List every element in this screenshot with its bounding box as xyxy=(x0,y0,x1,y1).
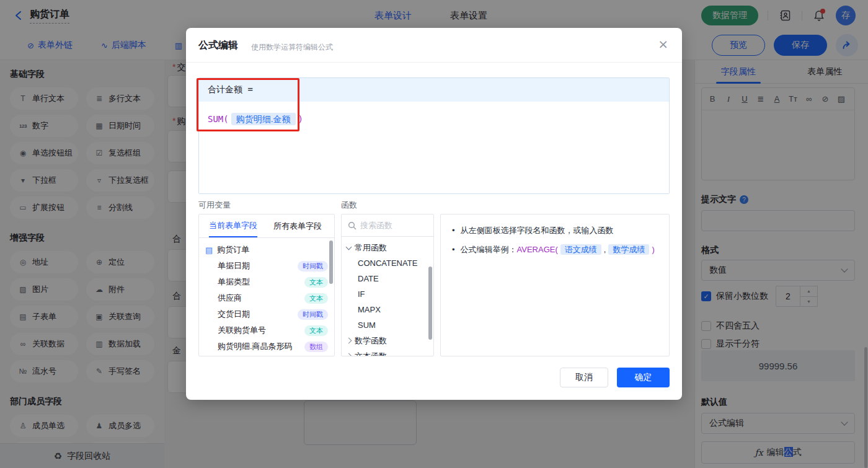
modal-subtitle: 使用数学运算符编辑公式 xyxy=(251,42,333,53)
function-open-token: SUM( xyxy=(208,114,229,124)
example-field-chip: 数学成绩 xyxy=(608,244,649,255)
functions-scrollbar-thumb[interactable] xyxy=(428,267,432,340)
variable-name: 购货明细.商品条形码 xyxy=(218,341,293,352)
variables-tree: ▤ 购货订单 单据日期时间戳 单据类型文本 供应商文本 交货日期时间戳 关联购货… xyxy=(199,238,334,355)
formula-help-panel: 从左侧面板选择字段名和函数，或输入函数 公式编辑举例：AVERAGE(语文成绩,… xyxy=(440,214,670,356)
tip-text: 从左侧面板选择字段名和函数，或输入函数 xyxy=(461,224,614,237)
formula-target-row: 合计金额 = xyxy=(199,78,669,102)
function-search-input[interactable] xyxy=(360,221,422,230)
tree-root-label: 购货订单 xyxy=(217,244,249,255)
tab-all-form-fields[interactable]: 所有表单字段 xyxy=(273,214,322,237)
chevron-right-icon xyxy=(346,353,352,356)
group-label: 常用函数 xyxy=(355,242,387,254)
group-math-functions[interactable]: 数学函数 xyxy=(342,333,433,348)
variables-panel: 当前表单字段 所有表单字段 ▤ 购货订单 单据日期时间戳 单据类型文本 供应商文… xyxy=(198,214,335,356)
group-text-functions[interactable]: 文本函数 xyxy=(342,348,433,356)
modal-title: 公式编辑 xyxy=(198,39,238,52)
group-label: 数学函数 xyxy=(355,335,387,347)
search-icon xyxy=(348,221,356,230)
type-badge: 时间戳 xyxy=(298,261,328,272)
chevron-right-icon xyxy=(346,338,352,344)
variable-name: 关联购货单号 xyxy=(218,325,266,336)
variables-scrollbar-thumb[interactable] xyxy=(329,241,333,284)
function-search-box[interactable] xyxy=(342,214,433,237)
formula-expression[interactable]: SUM(购货明细.金额) xyxy=(199,102,669,125)
functions-section-label: 函数 xyxy=(341,200,357,211)
variable-name: 单据类型 xyxy=(218,276,250,288)
function-sum[interactable]: SUM xyxy=(342,317,433,333)
cancel-button[interactable]: 取消 xyxy=(560,368,608,387)
close-icon[interactable]: × xyxy=(658,37,668,51)
variable-name: 单据日期 xyxy=(218,260,250,272)
function-date[interactable]: DATE xyxy=(342,271,433,286)
tip2-comma: , xyxy=(604,245,606,254)
type-badge: 文本 xyxy=(304,325,328,336)
functions-panel: 常用函数 CONCATENATE DATE IF MAPX SUM 数学函数 文… xyxy=(341,214,434,356)
type-badge: 文本 xyxy=(304,277,328,288)
confirm-button[interactable]: 确定 xyxy=(617,368,670,387)
variable-row[interactable]: 供应商文本 xyxy=(199,290,334,306)
variable-row[interactable]: 单据类型文本 xyxy=(199,274,334,290)
variable-name: 供应商 xyxy=(218,293,242,304)
function-close-token: ) xyxy=(298,114,303,124)
variable-row[interactable]: 购货明细.商品条形码数组 xyxy=(199,338,334,355)
formula-editor[interactable]: 合计金额 = SUM(购货明细.金额) xyxy=(198,77,670,194)
function-mapx[interactable]: MAPX xyxy=(342,302,433,317)
tip2-prefix: 公式编辑举例： xyxy=(461,245,517,254)
tab-current-form-fields[interactable]: 当前表单字段 xyxy=(209,214,257,237)
variable-row[interactable]: 交货日期时间戳 xyxy=(199,306,334,322)
type-badge: 时间戳 xyxy=(298,309,328,320)
example-field-chip: 语文成绩 xyxy=(560,244,601,255)
tip-text: 公式编辑举例：AVERAGE(语文成绩,数学成绩) xyxy=(461,244,655,256)
form-designer-page: 购货订单 表单设计 表单设置 数据管理 存 xyxy=(0,0,868,468)
tip2-function-token: AVERAGE( xyxy=(517,245,558,254)
type-badge: 文本 xyxy=(304,293,328,304)
formula-edit-modal: 公式编辑 使用数学运算符编辑公式 × 合计金额 = SUM(购货明细.金额) 可… xyxy=(186,28,682,400)
function-if[interactable]: IF xyxy=(342,286,433,302)
chevron-down-icon xyxy=(346,244,352,250)
document-icon: ▤ xyxy=(205,245,213,255)
variable-row[interactable]: 关联购货单号文本 xyxy=(199,322,334,338)
type-badge: 数组 xyxy=(304,342,328,352)
tree-root-form[interactable]: ▤ 购货订单 xyxy=(199,242,334,258)
field-chip[interactable]: 购货明细.金额 xyxy=(231,113,296,125)
variables-section-label: 可用变量 xyxy=(198,200,231,211)
functions-tree: 常用函数 CONCATENATE DATE IF MAPX SUM 数学函数 文… xyxy=(342,237,433,356)
group-common-functions[interactable]: 常用函数 xyxy=(342,240,433,255)
variable-name: 交货日期 xyxy=(218,309,250,320)
function-concatenate[interactable]: CONCATENATE xyxy=(342,255,433,271)
variable-row[interactable]: 单据日期时间戳 xyxy=(199,258,334,274)
modal-header-divider xyxy=(186,62,682,63)
help-tip-2: 公式编辑举例：AVERAGE(语文成绩,数学成绩) xyxy=(452,244,658,256)
help-tip-1: 从左侧面板选择字段名和函数，或输入函数 xyxy=(452,224,658,237)
group-label: 文本函数 xyxy=(355,351,387,357)
tip2-close-token: ) xyxy=(652,245,654,254)
variables-tabs: 当前表单字段 所有表单字段 xyxy=(199,214,334,238)
